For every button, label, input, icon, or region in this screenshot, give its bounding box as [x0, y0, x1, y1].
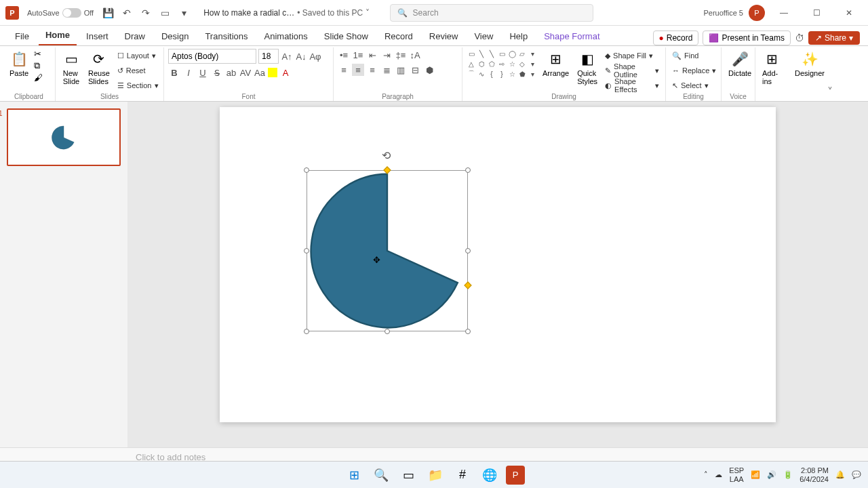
- close-button[interactable]: ✕: [835, 3, 863, 23]
- underline-button[interactable]: U: [197, 66, 209, 79]
- maximize-button[interactable]: ☐: [803, 3, 830, 23]
- slide-thumbnails-panel[interactable]: 1: [0, 102, 127, 447]
- wifi-icon[interactable]: 📶: [751, 470, 760, 479]
- tab-home[interactable]: Home: [39, 26, 77, 45]
- slide[interactable]: ⟲ ✥: [220, 107, 776, 422]
- tray-clock[interactable]: 2:08 PM6/4/2024: [800, 466, 829, 483]
- search-input[interactable]: 🔍 Search: [390, 4, 593, 22]
- tab-transitions[interactable]: Transitions: [198, 27, 254, 45]
- italic-button[interactable]: I: [182, 66, 195, 79]
- tab-view[interactable]: View: [467, 27, 500, 45]
- tray-lang[interactable]: ESPLAA: [729, 466, 744, 483]
- toggle-icon[interactable]: [62, 8, 81, 18]
- powerpoint-task-icon[interactable]: P: [506, 466, 525, 485]
- tab-design[interactable]: Design: [155, 27, 195, 45]
- shape-effects-button[interactable]: ◐ Shape Effects ▾: [603, 79, 661, 92]
- justify-icon[interactable]: ≣: [380, 64, 393, 76]
- user-name[interactable]: Peruoffice 5: [703, 9, 743, 17]
- volume-icon[interactable]: 🔊: [767, 470, 776, 479]
- onedrive-icon[interactable]: ☁: [715, 470, 722, 479]
- customize-qat-icon[interactable]: ▾: [178, 7, 190, 19]
- share-button[interactable]: ↗ Share ▾: [808, 31, 860, 45]
- replace-button[interactable]: ↔ Replace ▾: [670, 64, 718, 77]
- undo-icon[interactable]: ↶: [121, 7, 133, 19]
- format-painter-icon[interactable]: 🖌: [34, 73, 43, 83]
- tab-file[interactable]: File: [8, 27, 36, 45]
- font-size-input[interactable]: [258, 49, 279, 64]
- align-text-icon[interactable]: ⊟: [409, 64, 421, 76]
- catchup-icon[interactable]: ⏱: [795, 33, 804, 43]
- resize-handle-ml[interactable]: [304, 248, 309, 253]
- tab-help[interactable]: Help: [502, 27, 534, 45]
- selected-shape[interactable]: ⟲ ✥: [307, 170, 468, 331]
- slide-canvas[interactable]: ⟲ ✥: [127, 102, 868, 447]
- document-title[interactable]: How to make a radial c…: [203, 8, 294, 18]
- smartart-icon[interactable]: ⬢: [423, 64, 435, 76]
- chrome-icon[interactable]: 🌐: [479, 464, 500, 486]
- pie-shape-icon[interactable]: [307, 171, 467, 331]
- select-button[interactable]: ↖ Select ▾: [670, 79, 718, 92]
- collapse-ribbon-icon[interactable]: ˅: [827, 85, 833, 98]
- taskbar[interactable]: ⊞ 🔍 ▭ 📁 # 🌐 P ˄ ☁ ESPLAA 📶 🔊 🔋 2:08 PM6/…: [0, 461, 868, 488]
- start-icon[interactable]: ⊞: [343, 464, 365, 486]
- line-spacing-icon[interactable]: ‡≡: [395, 49, 407, 61]
- strike-button[interactable]: S̶: [211, 66, 223, 79]
- tab-slideshow[interactable]: Slide Show: [317, 27, 375, 45]
- copilot-icon[interactable]: 💬: [852, 470, 861, 479]
- clear-format-icon[interactable]: Aφ: [309, 50, 321, 62]
- shadow-button[interactable]: ab: [225, 66, 237, 79]
- notifications-icon[interactable]: 🔔: [835, 470, 845, 479]
- shapes-gallery[interactable]: ▭╲╲▭◯▱▾ △⬡⬠⇨☆◇▾ ⌒∿{}☆⬟▾: [467, 49, 537, 79]
- resize-handle-br[interactable]: [465, 329, 471, 334]
- tab-insert[interactable]: Insert: [79, 27, 115, 45]
- spacing-icon[interactable]: AV: [239, 66, 252, 79]
- find-button[interactable]: 🔍 Find: [670, 49, 718, 62]
- resize-handle-bm[interactable]: [384, 329, 390, 334]
- copy-icon[interactable]: ⧉: [34, 60, 43, 71]
- reset-button[interactable]: ↺ Reset: [115, 64, 161, 77]
- case-icon[interactable]: Aa: [254, 66, 266, 79]
- font-color-icon[interactable]: A: [279, 66, 292, 79]
- align-left-icon[interactable]: ≡: [338, 64, 350, 76]
- dictate-button[interactable]: 🎤Dictate: [726, 49, 754, 79]
- resize-handle-bl[interactable]: [304, 329, 309, 334]
- redo-icon[interactable]: ↷: [140, 7, 152, 19]
- resize-handle-tr[interactable]: [465, 167, 471, 173]
- autosave-toggle[interactable]: AutoSave Off: [27, 8, 94, 18]
- columns-icon[interactable]: ▥: [395, 64, 407, 76]
- grow-font-icon[interactable]: A↑: [281, 50, 293, 62]
- battery-icon[interactable]: 🔋: [783, 470, 793, 479]
- font-name-input[interactable]: [168, 49, 256, 64]
- highlight-icon[interactable]: [268, 68, 277, 77]
- addins-button[interactable]: ⊞Add-ins: [760, 49, 784, 87]
- tray-chevron-icon[interactable]: ˄: [704, 470, 708, 479]
- resize-handle-tl[interactable]: [304, 167, 309, 173]
- avatar[interactable]: P: [749, 5, 765, 21]
- shape-fill-button[interactable]: ◆ Shape Fill ▾: [603, 49, 661, 62]
- shape-outline-button[interactable]: ✎ Shape Outline ▾: [603, 64, 661, 77]
- section-button[interactable]: ☰ Section ▾: [115, 79, 161, 92]
- indent-inc-icon[interactable]: ⇥: [380, 49, 393, 61]
- tab-record[interactable]: Record: [378, 27, 420, 45]
- text-direction-icon[interactable]: ↕A: [409, 49, 421, 61]
- minimize-button[interactable]: —: [770, 3, 797, 23]
- arrange-button[interactable]: ⊞Arrange: [540, 49, 572, 79]
- resize-handle-mr[interactable]: [465, 248, 471, 253]
- task-view-icon[interactable]: ▭: [397, 464, 419, 486]
- reuse-slides-button[interactable]: ⟳Reuse Slides: [85, 49, 113, 87]
- rotation-handle-icon[interactable]: ⟲: [382, 149, 391, 162]
- bullets-icon[interactable]: •≡: [338, 49, 350, 61]
- tab-animations[interactable]: Animations: [258, 27, 315, 45]
- paste-button[interactable]: 📋Paste: [7, 49, 31, 79]
- numbering-icon[interactable]: 1≡: [352, 49, 364, 61]
- tab-shape-format[interactable]: Shape Format: [537, 27, 606, 45]
- tab-review[interactable]: Review: [422, 27, 465, 45]
- shrink-font-icon[interactable]: A↓: [295, 50, 307, 62]
- record-button[interactable]: ●Record: [653, 30, 699, 45]
- slide-thumbnail-1[interactable]: [7, 108, 121, 166]
- present-teams-button[interactable]: 🟪 Present in Teams: [703, 30, 791, 45]
- cut-icon[interactable]: ✂: [34, 49, 43, 59]
- layout-button[interactable]: ☐ Layout ▾: [115, 49, 161, 62]
- quick-styles-button[interactable]: ◧Quick Styles: [574, 49, 600, 87]
- explorer-icon[interactable]: 📁: [425, 464, 446, 486]
